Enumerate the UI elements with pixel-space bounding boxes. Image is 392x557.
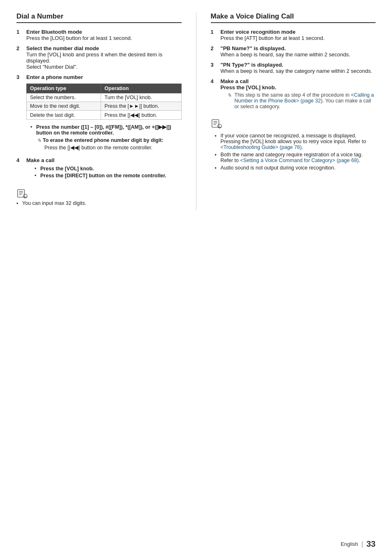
table-row: Delete the last digit. Press the [|◀◀] b… (27, 111, 182, 120)
bullet-text: Press the number ([1] – [0]), #([FM]), *… (36, 124, 182, 136)
step-1-body: Press the [ATT] button for at least 1 se… (221, 35, 325, 41)
left-note-block: • You can input max 32 digits. (16, 185, 182, 207)
step-4-header: Make a call (26, 157, 55, 163)
table-cell: Press the [|◀◀] button. (101, 111, 181, 120)
link-phone-book[interactable]: <Calling a Number in the Phone Book> (pa… (235, 92, 374, 104)
step-number-3: 3 (211, 62, 217, 68)
footer-separator: | (362, 541, 363, 548)
left-section-title: Dial a Number (16, 12, 182, 23)
note-text-2: Both the name and category require regis… (221, 152, 376, 163)
bullet-item: • Press the number ([1] – [0]), #([FM]),… (30, 124, 182, 136)
step-2-header: Select the number dial mode (26, 45, 99, 51)
step-1-content: Enter voice recognition mode Press the [… (221, 29, 376, 41)
step-3-content: "PN Type?" is displayed. When a beep is … (221, 62, 376, 74)
page: Dial a Number 1 Enter Bluetooth mode Pre… (0, 0, 392, 557)
step-1-content: Enter Bluetooth mode Press the [LOG] but… (26, 29, 182, 41)
bullet-dot: • (35, 173, 38, 179)
table-cell: Delete the last digit. (27, 111, 101, 120)
step-4-content: Make a call Press the [VOL] knob. ✎ This… (221, 78, 376, 111)
table-cell: Move to the next digit. (27, 102, 101, 111)
note-text-3: Audio sound is not output during voice r… (221, 165, 336, 171)
step-1-header: Enter Bluetooth mode (26, 29, 82, 35)
step-number-2: 2 (16, 45, 23, 51)
step-number-1: 1 (16, 29, 23, 35)
link-troubleshooting[interactable]: <Troubleshooting Guide> (page 76) (221, 144, 302, 150)
two-column-layout: Dial a Number 1 Enter Bluetooth mode Pre… (16, 12, 376, 210)
bullet-dot: • (215, 133, 218, 139)
right-column: Make a Voice Dialing Call 1 Enter voice … (211, 12, 376, 210)
erase-note-header: To erase the entered phone number digit … (43, 137, 164, 144)
table-header-op-type: Operation type (27, 84, 101, 93)
right-section-title: Make a Voice Dialing Call (211, 12, 376, 23)
right-step-4: 4 Make a call Press the [VOL] knob. ✎ Th… (211, 78, 376, 111)
note-text: You can input max 32 digits. (22, 200, 86, 206)
erase-note-body: Press the [|◀◀] button on the remote con… (44, 144, 182, 151)
table-cell: Press the [►►|] button. (101, 102, 181, 111)
bullet-dot: • (35, 166, 38, 172)
footer-language: English (341, 541, 358, 547)
sub-bullet: • Press the [DIRECT] button on the remot… (35, 173, 182, 179)
operation-table: Operation type Operation Select the numb… (26, 84, 182, 120)
step-number-1: 1 (211, 29, 217, 35)
step-4-sub-header: Press the [VOL] knob. (221, 84, 277, 91)
right-note-bullets: • If your voice cannot be recognized, a … (215, 133, 376, 171)
italic-note-text: This step is the same as step 4 of the p… (235, 92, 376, 109)
footer-inner: English | 33 (341, 539, 376, 549)
step-2-content: "PB Name?" is displayed. When a beep is … (221, 45, 376, 58)
right-step-3: 3 "PN Type?" is displayed. When a beep i… (211, 62, 376, 74)
step-3-bullets: • Press the number ([1] – [0]), #([FM]),… (30, 124, 182, 151)
step-4-italic-note: ✎ This step is the same as step 4 of the… (227, 92, 376, 109)
step-2-content: Select the number dial mode Turn the [VO… (26, 45, 182, 70)
note-icon (16, 188, 28, 199)
right-step-1: 1 Enter voice recognition mode Press the… (211, 29, 376, 41)
note-bullet-2: • Both the name and category require reg… (215, 152, 376, 163)
right-step-2: 2 "PB Name?" is displayed. When a beep i… (211, 45, 376, 58)
step-number-3: 3 (16, 74, 23, 80)
column-divider (196, 12, 196, 210)
step-2-header: "PB Name?" is displayed. (221, 45, 286, 51)
erase-note: ✎ To erase the entered phone number digi… (37, 137, 182, 151)
table-header-op: Operation (101, 84, 181, 93)
step-3-header: "PN Type?" is displayed. (221, 62, 284, 68)
footer-page-number: 33 (367, 539, 376, 549)
step-1-body: Press the [LOG] button for at least 1 se… (26, 35, 132, 41)
pencil-icon: ✎ (227, 92, 232, 98)
right-note-block: • If your voice cannot be recognized, a … (211, 115, 376, 171)
pencil-icon: ✎ (37, 137, 41, 144)
bullet-dot: • (215, 152, 218, 158)
step-4-sub-bullets: • Press the [VOL] knob. • Press the [DIR… (30, 166, 182, 179)
left-step-3: 3 Enter a phone number Operation type Op… (16, 74, 182, 153)
bullet-dot: • (30, 124, 34, 130)
sub-bullet-text-1: Press the [VOL] knob. (40, 166, 94, 172)
left-column: Dial a Number 1 Enter Bluetooth mode Pre… (16, 12, 182, 210)
sub-bullet-text-2: Press the [DIRECT] button on the remote … (40, 173, 166, 179)
table-cell: Turn the [VOL] knob. (101, 93, 181, 102)
step-2-body: Turn the [VOL] knob and press it when th… (26, 51, 162, 70)
note-icon (211, 118, 222, 129)
step-number-4: 4 (16, 157, 23, 163)
note-bullet-3: • Audio sound is not output during voice… (215, 165, 376, 171)
note-text-1: If your voice cannot be recognized, a me… (221, 133, 376, 150)
bullet-dot: • (16, 201, 20, 207)
left-step-1: 1 Enter Bluetooth mode Press the [LOG] b… (16, 29, 182, 41)
note-bullet: • You can input max 32 digits. (16, 200, 182, 207)
step-3-header: Enter a phone number (26, 74, 83, 80)
left-step-4: 4 Make a call • Press the [VOL] knob. • … (16, 157, 182, 181)
step-4-content: Make a call • Press the [VOL] knob. • Pr… (26, 157, 182, 181)
table-cell: Select the numbers. (27, 93, 101, 102)
table-row: Select the numbers. Turn the [VOL] knob. (27, 93, 182, 102)
step-3-body: When a beep is heard, say the category n… (221, 68, 372, 74)
note-bullet-1: • If your voice cannot be recognized, a … (215, 133, 376, 150)
erase-body-text: Press the [|◀◀] button on the remote con… (44, 145, 152, 151)
sub-bullet: • Press the [VOL] knob. (35, 166, 182, 172)
step-2-body: When a beep is heard, say the name withi… (221, 51, 350, 58)
step-number-2: 2 (211, 45, 217, 51)
step-number-4: 4 (211, 78, 217, 84)
step-4-header: Make a call (221, 78, 249, 84)
bullet-dot: • (215, 165, 218, 171)
erase-note-italic: ✎ To erase the entered phone number digi… (37, 137, 182, 144)
footer: English | 33 (341, 539, 376, 549)
left-step-2: 2 Select the number dial mode Turn the [… (16, 45, 182, 70)
step-3-content: Enter a phone number Operation type Oper… (26, 74, 182, 153)
link-voice-command[interactable]: <Setting a Voice Command for Category> (… (240, 158, 358, 163)
